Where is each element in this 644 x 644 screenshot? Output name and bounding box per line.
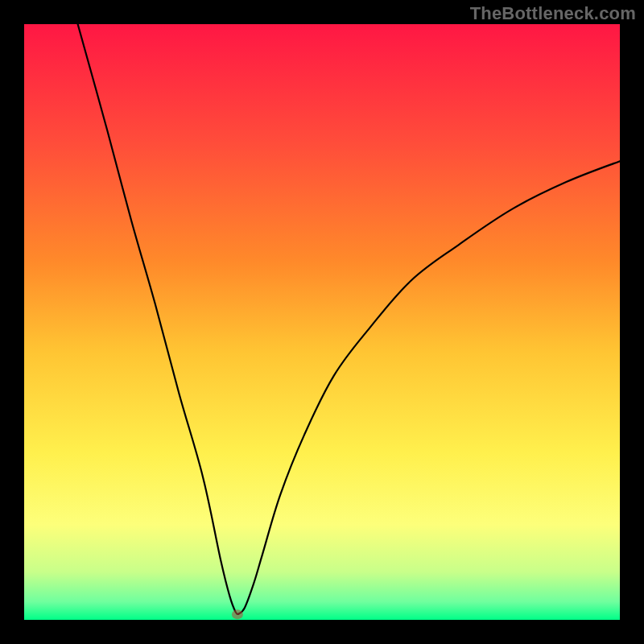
- watermark-text: TheBottleneck.com: [470, 3, 636, 24]
- plot-area: [24, 24, 620, 620]
- chart-frame: TheBottleneck.com: [0, 0, 644, 644]
- gradient-rect: [24, 24, 620, 620]
- minimum-marker: [232, 609, 243, 619]
- plot-svg: [24, 24, 620, 620]
